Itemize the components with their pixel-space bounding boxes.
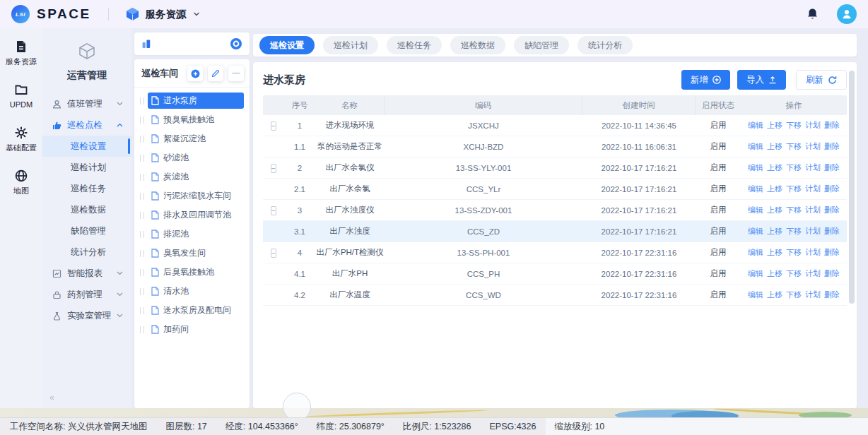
edit-link[interactable]: 编辑: [748, 247, 763, 258]
drag-handle-icon[interactable]: [140, 174, 144, 181]
drag-handle-icon[interactable]: [140, 307, 144, 314]
sidebar-sub-item[interactable]: 巡检计划: [42, 157, 131, 178]
plan-link[interactable]: 计划: [805, 268, 821, 279]
sidebar-sub-item[interactable]: 缺陷管理: [42, 220, 131, 242]
edit-node-button[interactable]: [208, 66, 223, 81]
drag-handle-icon[interactable]: [140, 136, 144, 143]
refresh-button[interactable]: 刷新: [796, 70, 847, 90]
edit-link[interactable]: 编辑: [748, 141, 763, 152]
drag-handle-icon[interactable]: [140, 212, 144, 219]
move-down-link[interactable]: 下移: [786, 141, 802, 152]
delete-link[interactable]: 删除: [824, 205, 840, 215]
scrollbar-thumb[interactable]: [849, 71, 855, 304]
sidebar-sub-item[interactable]: 巡检数据: [42, 199, 131, 220]
sidebar-group-chemicals[interactable]: 药剂管理: [42, 284, 131, 305]
plan-link[interactable]: 计划: [805, 226, 821, 237]
tree-item[interactable]: 清水池: [139, 282, 245, 301]
delete-link[interactable]: 删除: [824, 226, 840, 237]
drag-handle-icon[interactable]: [140, 250, 144, 257]
move-up-link[interactable]: 上移: [767, 247, 782, 258]
drag-handle-icon[interactable]: [140, 269, 144, 276]
tab[interactable]: 巡检设置: [259, 36, 315, 54]
move-up-link[interactable]: 上移: [767, 184, 782, 194]
sidebar-sub-item[interactable]: 巡检任务: [42, 178, 131, 199]
tree-item[interactable]: 絮凝沉淀池: [139, 129, 245, 148]
move-up-link[interactable]: 上移: [767, 290, 782, 300]
plan-link[interactable]: 计划: [805, 247, 821, 258]
tree-item[interactable]: 污泥浓缩脱水车间: [139, 186, 245, 205]
drag-handle-icon[interactable]: [140, 117, 144, 124]
tree-item[interactable]: 砂滤池: [139, 148, 245, 167]
rail-item-map[interactable]: 地图: [13, 169, 29, 195]
bell-icon[interactable]: [807, 8, 819, 20]
edit-link[interactable]: 编辑: [748, 268, 763, 279]
import-button[interactable]: 导入: [737, 70, 786, 90]
edit-link[interactable]: 编辑: [748, 226, 763, 237]
add-button[interactable]: 新增: [681, 70, 730, 90]
tree-item[interactable]: 送水泵房及配电间: [139, 301, 245, 320]
delete-link[interactable]: 删除: [824, 290, 840, 300]
drag-handle-icon[interactable]: [140, 155, 144, 162]
add-node-button[interactable]: [187, 66, 203, 81]
delete-link[interactable]: 删除: [824, 120, 840, 131]
sidebar-sub-item[interactable]: 统计分析: [42, 242, 131, 263]
plan-link[interactable]: 计划: [805, 290, 821, 300]
move-up-link[interactable]: 上移: [767, 226, 782, 237]
drag-handle-icon[interactable]: [140, 288, 144, 295]
plan-link[interactable]: 计划: [805, 162, 821, 173]
tree-item[interactable]: 后臭氧接触池: [139, 263, 245, 282]
move-up-link[interactable]: 上移: [767, 141, 782, 152]
rail-item-service-resources[interactable]: 服务资源: [6, 40, 37, 66]
collapse-row-toggle[interactable]: −: [271, 249, 276, 258]
module-switcher[interactable]: 服务资源: [126, 7, 200, 21]
sidebar-group-duty[interactable]: 值班管理: [42, 93, 131, 114]
move-up-link[interactable]: 上移: [767, 268, 782, 279]
avatar[interactable]: [837, 4, 857, 24]
delete-link[interactable]: 删除: [824, 141, 840, 152]
edit-link[interactable]: 编辑: [748, 290, 763, 300]
plan-link[interactable]: 计划: [805, 205, 821, 215]
rail-item-updm[interactable]: UPDM: [10, 83, 33, 109]
delete-link[interactable]: 删除: [824, 162, 840, 173]
move-down-link[interactable]: 下移: [786, 120, 802, 131]
move-down-link[interactable]: 下移: [786, 162, 802, 173]
edit-link[interactable]: 编辑: [748, 162, 763, 173]
drag-handle-icon[interactable]: [140, 97, 144, 105]
tab[interactable]: 巡检数据: [450, 36, 505, 54]
move-up-link[interactable]: 上移: [767, 205, 782, 215]
collapse-row-toggle[interactable]: −: [271, 206, 276, 215]
more-button[interactable]: —: [228, 66, 244, 81]
move-up-link[interactable]: 上移: [767, 162, 782, 173]
delete-link[interactable]: 删除: [824, 184, 840, 194]
tab[interactable]: 巡检计划: [323, 36, 378, 54]
edit-link[interactable]: 编辑: [748, 205, 763, 215]
collapse-row-toggle[interactable]: −: [271, 121, 276, 131]
tab[interactable]: 统计分析: [577, 36, 633, 54]
rail-item-base-config[interactable]: 基础配置: [6, 126, 37, 152]
plan-link[interactable]: 计划: [805, 141, 821, 152]
tree-item[interactable]: 臭氧发生间: [139, 244, 245, 263]
sidebar-group-inspection[interactable]: 巡检点检: [42, 114, 131, 136]
drag-handle-icon[interactable]: [140, 193, 144, 200]
move-down-link[interactable]: 下移: [786, 205, 802, 215]
sidebar-group-smart-reports[interactable]: 智能报表: [42, 263, 131, 284]
sidebar-sub-item[interactable]: 巡检设置: [42, 136, 131, 157]
delete-link[interactable]: 删除: [824, 268, 840, 279]
tree-item[interactable]: 排泥池: [139, 225, 245, 244]
drag-handle-icon[interactable]: [140, 326, 144, 333]
tree-item[interactable]: 预臭氧接触池: [139, 110, 245, 129]
collapse-row-toggle[interactable]: −: [271, 164, 276, 173]
move-down-link[interactable]: 下移: [786, 290, 802, 300]
tree-item[interactable]: 炭滤池: [139, 167, 245, 186]
edit-link[interactable]: 编辑: [748, 120, 763, 131]
sidebar-group-laboratory[interactable]: 实验室管理: [42, 305, 131, 326]
tree-item[interactable]: 排水及回用调节池: [139, 205, 245, 225]
move-down-link[interactable]: 下移: [786, 268, 802, 279]
move-up-link[interactable]: 上移: [767, 120, 782, 131]
tree-item[interactable]: 进水泵房: [139, 91, 245, 110]
tab[interactable]: 巡检任务: [387, 36, 442, 54]
tab[interactable]: 缺陷管理: [514, 36, 569, 54]
sidebar-collapse-icon[interactable]: «: [49, 393, 54, 403]
move-down-link[interactable]: 下移: [786, 184, 802, 194]
plan-link[interactable]: 计划: [805, 184, 821, 194]
